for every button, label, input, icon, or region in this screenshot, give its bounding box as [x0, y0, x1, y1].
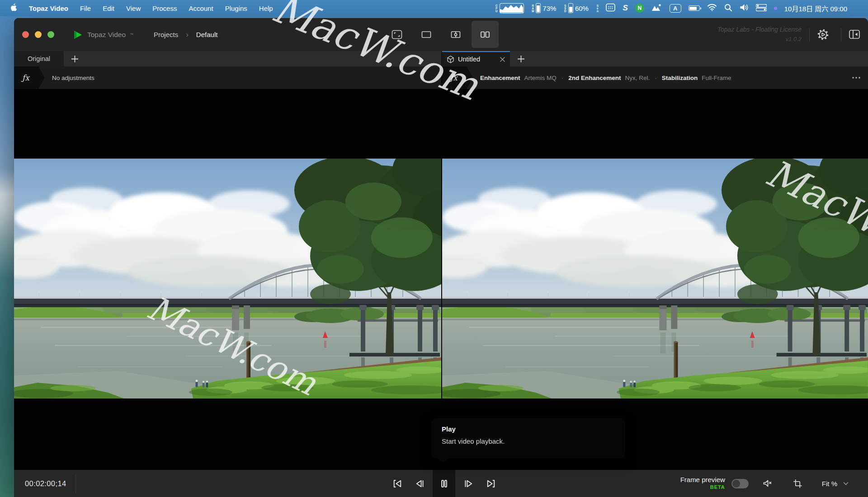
enhancement-label: Enhancement [480, 75, 520, 81]
add-view-tab-button[interactable] [64, 51, 85, 66]
skip-to-end-button[interactable] [481, 470, 500, 497]
ram-label: RAM [531, 4, 534, 12]
more-options-button[interactable] [852, 66, 861, 89]
search-icon[interactable] [724, 4, 732, 13]
app-logo-mark: ™ [130, 33, 133, 37]
ssd-label: SSD [563, 4, 566, 12]
titlebar-divider [809, 28, 810, 42]
skip-to-start-button[interactable] [388, 470, 406, 497]
previous-frame-button[interactable] [410, 470, 429, 497]
plus-icon [517, 55, 525, 63]
play-tooltip: Play Start video playback. [432, 418, 625, 459]
frame-preview-labels: Frame preview BETA [680, 476, 725, 491]
titlebar-divider [841, 28, 841, 42]
toggle-right-panel-button[interactable] [845, 25, 863, 43]
chevron-down-icon [843, 481, 849, 486]
window-titlebar[interactable]: Topaz Video ™ Projects › Default [14, 18, 868, 51]
toolbar-divider [75, 474, 76, 493]
tabs-row: Original Untitled [14, 51, 868, 66]
tab-original[interactable]: Original [14, 51, 64, 66]
fx-glyph: ƒx [22, 73, 29, 82]
volume-icon[interactable] [740, 4, 749, 13]
app-logo: Topaz Video ™ [72, 18, 133, 51]
processed-video-frame [442, 159, 868, 399]
menu-app-name[interactable]: Topaz Video [29, 5, 68, 12]
original-adjustments-bar[interactable]: ƒx No adjustments [14, 66, 441, 89]
breadcrumb-separator-icon: › [186, 30, 189, 39]
processed-video-panel[interactable]: MacW.com [442, 159, 868, 399]
s-app-icon[interactable]: S [623, 4, 627, 13]
zoom-fit-dropdown[interactable]: Fit % [822, 480, 849, 488]
processed-adjustments-bar[interactable]: ƒx Enhancement Artemis MQ · 2nd Enhancem… [442, 66, 868, 89]
transport-bar: 00:02:00;14 [14, 470, 868, 497]
control-center-icon[interactable] [756, 4, 767, 13]
menu-item-process[interactable]: Process [152, 5, 177, 12]
menu-item-file[interactable]: File [80, 5, 91, 12]
original-tab-strip: Original [14, 51, 441, 66]
calendar-icon[interactable] [606, 3, 615, 13]
stabilization-value: Full-Frame [702, 75, 731, 81]
second-enhancement-value: Nyx, Rel. [625, 75, 650, 81]
original-video-panel[interactable]: MacW.com [14, 159, 441, 399]
menu-item-plugins[interactable]: Plugins [225, 5, 247, 12]
fullframe-view-button[interactable] [383, 21, 410, 48]
frame-preview-toggle[interactable] [731, 479, 749, 488]
menu-item-view[interactable]: View [126, 5, 141, 12]
ssd-meter-icon [568, 3, 573, 13]
zoom-window-button[interactable] [47, 31, 54, 38]
tab-untitled-label: Untitled [458, 56, 496, 63]
n-vpn-icon[interactable]: N [635, 4, 644, 13]
mountains-icon[interactable] [651, 4, 662, 13]
license-name: Topaz Labs - Floating License [717, 25, 802, 34]
breadcrumb-current[interactable]: Default [196, 31, 218, 38]
enhancement-value: Artemis MQ [524, 75, 557, 81]
ram-status-widget[interactable]: RAM 73% [531, 3, 557, 13]
ssd-status-widget[interactable]: SSD 60% [563, 3, 589, 13]
menu-item-edit[interactable]: Edit [103, 5, 114, 12]
desktop-screen: Topaz Video File Edit View Process Accou… [0, 0, 868, 497]
license-version: v1.0.2 [717, 34, 802, 44]
add-processed-tab-button[interactable] [510, 51, 532, 66]
wifi-icon[interactable] [707, 4, 717, 13]
app-logo-text: Topaz Video [87, 31, 126, 39]
cube-icon [447, 56, 454, 63]
tab-untitled[interactable]: Untitled [442, 51, 510, 66]
menu-item-help[interactable]: Help [259, 5, 273, 12]
cpu-graph-icon [500, 3, 524, 14]
menu-bar: Topaz Video File Edit View Process Accou… [0, 0, 868, 16]
tab-original-label: Original [28, 55, 50, 62]
fx-badge-icon: ƒx [442, 66, 473, 89]
menu-item-account[interactable]: Account [189, 5, 213, 12]
view-mode-switcher [383, 21, 499, 48]
toggle-knob [732, 480, 740, 488]
mute-button[interactable] [762, 478, 774, 489]
plus-icon [71, 55, 79, 63]
crop-button[interactable] [793, 478, 803, 489]
close-tab-icon[interactable] [500, 56, 505, 62]
apple-menu-icon[interactable] [10, 3, 17, 13]
minimize-window-button[interactable] [35, 31, 42, 38]
adjustments-row: ƒx No adjustments ƒx Enhancement Artemis… [14, 66, 868, 89]
split-view-button[interactable] [442, 21, 469, 48]
breadcrumb-projects[interactable]: Projects [154, 31, 178, 38]
ellipsis-icon [852, 76, 861, 79]
original-video-frame [14, 159, 441, 399]
single-view-button[interactable] [413, 21, 440, 48]
menubar-clock[interactable]: 10月18日 周六 09:00 [784, 4, 847, 13]
traffic-lights [22, 31, 54, 38]
cpu-status-widget[interactable]: CPU [495, 3, 524, 14]
enhancement-summary: Enhancement Artemis MQ · 2nd Enhancement… [480, 75, 731, 81]
sensors-label[interactable]: Sen [596, 4, 599, 12]
side-by-side-view-button[interactable] [472, 21, 499, 48]
dot-separator: · [654, 75, 658, 81]
no-adjustments-text: No adjustments [52, 75, 94, 81]
close-window-button[interactable] [22, 31, 29, 38]
cpu-label: CPU [495, 4, 498, 12]
settings-button[interactable] [814, 25, 832, 43]
topaz-video-window: Topaz Video ™ Projects › Default [14, 18, 868, 497]
transport-controls [388, 470, 500, 497]
input-source-icon[interactable]: A [670, 4, 681, 13]
next-frame-button[interactable] [459, 470, 477, 497]
play-pause-button[interactable] [433, 470, 455, 497]
battery-icon[interactable] [689, 5, 700, 11]
